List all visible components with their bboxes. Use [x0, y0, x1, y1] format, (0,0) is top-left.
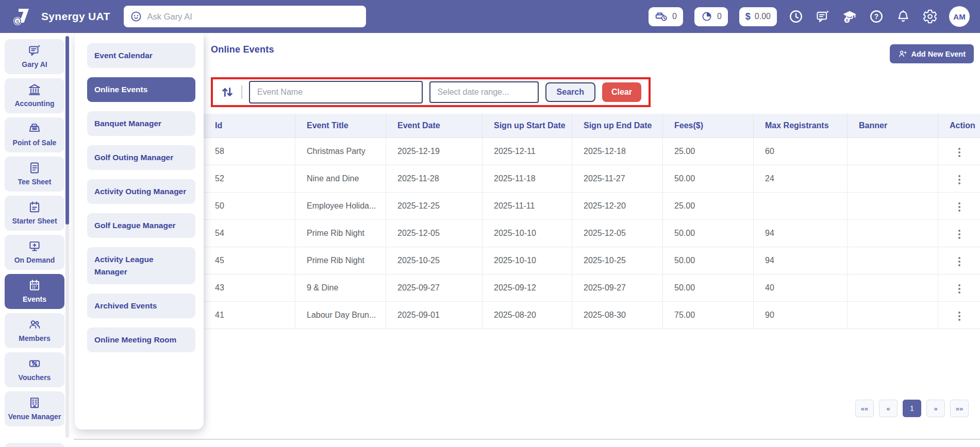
row-actions-kebab-icon[interactable]	[955, 145, 964, 160]
cell-max-registrants: 24	[754, 165, 848, 192]
pagination-button[interactable]: ««	[855, 400, 874, 417]
sidebar-item[interactable]: Tee Sheet	[5, 157, 64, 192]
submenu-item[interactable]: Banquet Manager	[87, 111, 195, 136]
column-header: Max Registrants	[754, 114, 848, 137]
sidebar-item-label: Venue Manager	[8, 412, 61, 421]
sidebar-item[interactable]: On Demand	[5, 235, 64, 270]
cell-id: 41	[204, 301, 295, 329]
pagination-button[interactable]: »	[926, 400, 945, 417]
settings-icon[interactable]	[922, 9, 938, 24]
clear-button[interactable]: Clear	[602, 82, 641, 102]
members-icon	[28, 318, 41, 331]
sidebar-item[interactable]: Starter Sheet	[5, 196, 64, 231]
cell-signup-end-date: 2025-12-05	[572, 219, 663, 247]
submenu-item[interactable]: Golf Outing Manager	[87, 145, 195, 170]
column-header: Sign up End Date	[572, 114, 663, 137]
row-actions-kebab-icon[interactable]	[955, 281, 964, 297]
sidebar-item[interactable]: Members	[5, 313, 64, 348]
sidebar-item[interactable]: Events	[5, 274, 64, 309]
submenu-item[interactable]: Activity Outing Manager	[87, 179, 195, 204]
table-row: 41 Labour Day Brun... 2025-09-01 2025-08…	[204, 301, 980, 329]
ask-gary-search[interactable]	[124, 6, 366, 27]
ask-gary-input[interactable]	[147, 12, 360, 22]
pagination-button[interactable]: «	[879, 400, 898, 417]
cell-fees: 25.00	[663, 192, 754, 219]
sidebar-item-label: Gary AI	[22, 60, 47, 69]
cell-event-title: Labour Day Brun...	[295, 301, 386, 329]
cell-signup-start-date: 2025-09-12	[483, 274, 572, 301]
cash-register-icon	[28, 122, 41, 135]
submenu-item[interactable]: Online Events	[87, 77, 195, 102]
learning-icon[interactable]: S	[842, 9, 857, 24]
row-actions-kebab-icon[interactable]	[955, 199, 964, 215]
cell-fees: 50.00	[663, 274, 754, 301]
submenu-item[interactable]: Archived Events	[87, 294, 195, 318]
cell-fees: 25.00	[663, 137, 754, 165]
clock-icon[interactable]	[788, 9, 804, 24]
pos-count-badge[interactable]: 0	[649, 7, 683, 26]
sidebar-item[interactable]: Vouchers	[5, 352, 64, 387]
cell-action	[938, 247, 980, 274]
cell-action	[938, 165, 980, 192]
cell-event-title: Prime Rib Night	[295, 247, 386, 274]
sidebar-scrollbar[interactable]	[65, 36, 69, 438]
submenu-item[interactable]: Event Calendar	[87, 43, 195, 68]
date-range-input[interactable]	[429, 81, 539, 103]
sidebar-item[interactable]: Venue Manager	[5, 391, 64, 426]
sidebar-item[interactable]: Point of Sale	[5, 117, 64, 152]
cell-signup-end-date: 2025-12-20	[572, 192, 663, 219]
row-actions-kebab-icon[interactable]	[955, 227, 964, 242]
table-row: 43 9 & Dine 2025-09-27 2025-09-12 2025-0…	[204, 274, 980, 301]
row-actions-kebab-icon[interactable]	[955, 308, 964, 324]
cell-signup-end-date: 2025-11-27	[572, 165, 663, 192]
calendar-lines-icon	[28, 200, 41, 214]
sidebar-item[interactable]: Accounting	[5, 78, 64, 113]
add-new-event-button[interactable]: Add New Event	[890, 44, 974, 63]
pagination-button[interactable]: 1	[903, 400, 921, 417]
search-button[interactable]: Search	[545, 82, 595, 102]
help-icon[interactable]: ?	[869, 9, 884, 24]
column-header: Banner	[848, 114, 938, 137]
sidebar-item[interactable]: Gary AI	[5, 39, 64, 74]
robot-icon	[130, 10, 142, 23]
cell-id: 50	[204, 192, 295, 219]
submenu-item[interactable]: Activity League Manager	[87, 247, 195, 284]
cell-action	[938, 137, 980, 165]
cell-max-registrants	[754, 192, 848, 219]
time-count-badge[interactable]: 0	[694, 7, 728, 26]
page-title: Online Events	[211, 44, 274, 55]
svg-text:S: S	[16, 19, 19, 24]
user-avatar[interactable]: AM	[949, 6, 970, 27]
sidebar-item-label: Members	[19, 334, 50, 343]
sidebar-scrollbar-thumb[interactable]	[65, 36, 69, 225]
app-title: Synergy UAT	[41, 10, 110, 23]
cell-fees: 50.00	[663, 165, 754, 192]
cell-max-registrants: 60	[754, 137, 848, 165]
cell-signup-start-date: 2025-11-11	[483, 192, 572, 219]
swap-vertical-icon[interactable]	[220, 85, 235, 99]
cell-event-title: Nine and Dine	[295, 165, 386, 192]
table-row: 52 Nine and Dine 2025-11-28 2025-11-18 2…	[204, 165, 980, 192]
cell-id: 54	[204, 219, 295, 247]
cell-event-date: 2025-09-01	[386, 301, 483, 329]
cell-signup-end-date: 2025-09-27	[572, 274, 663, 301]
row-actions-kebab-icon[interactable]	[955, 254, 964, 269]
cell-id: 43	[204, 274, 295, 301]
balance-badge[interactable]: $ 0.00	[739, 7, 777, 26]
event-name-input[interactable]	[249, 81, 423, 104]
notifications-icon[interactable]	[895, 9, 911, 24]
submenu-item[interactable]: Golf League Manager	[87, 213, 195, 238]
sidebar-item-label: Events	[23, 295, 46, 304]
cell-event-date: 2025-10-25	[386, 247, 483, 274]
cell-max-registrants: 94	[754, 219, 848, 247]
time-meter-icon	[701, 10, 713, 23]
cell-signup-end-date: 2025-12-18	[572, 137, 663, 165]
row-actions-kebab-icon[interactable]	[955, 172, 964, 187]
pagination-button[interactable]: »»	[950, 400, 969, 417]
person-plus-icon	[898, 49, 907, 58]
feedback-icon[interactable]	[815, 9, 830, 24]
cell-max-registrants: 90	[754, 301, 848, 329]
voucher-icon	[28, 357, 41, 370]
calendar-dots-icon	[28, 279, 41, 292]
submenu-item[interactable]: Online Meeting Room	[87, 328, 195, 352]
